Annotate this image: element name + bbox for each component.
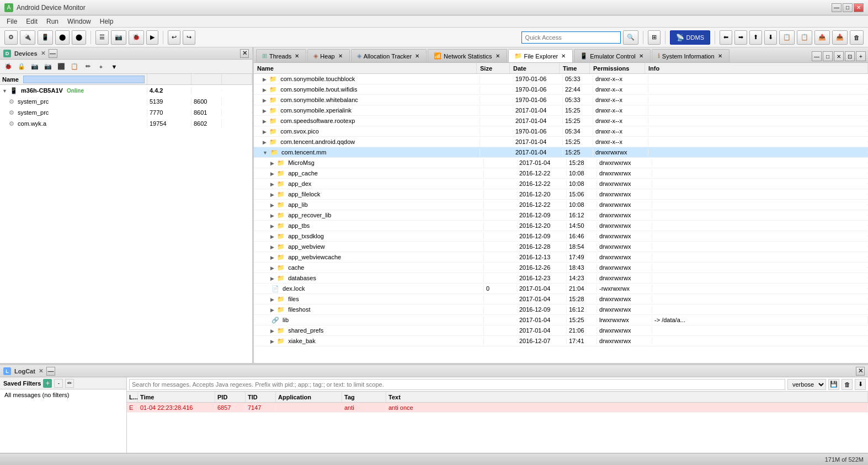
toolbar-btn-2[interactable]: 🔌	[20, 30, 35, 45]
logcat-minimize-button[interactable]: —	[46, 367, 55, 376]
toolbar-btn-20[interactable]: 🗑	[850, 30, 864, 45]
tab-file-explorer-close[interactable]: ✕	[560, 53, 567, 60]
grid-view-btn[interactable]: ⊞	[648, 30, 661, 45]
tab-maximize-button[interactable]: □	[823, 51, 833, 61]
toolbar-btn-14[interactable]: ⬆	[749, 30, 762, 45]
logcat-search-input[interactable]	[129, 379, 785, 390]
all-messages-filter[interactable]: All messages (no filters)	[0, 389, 126, 400]
devices-toolbar-add-btn[interactable]: +	[95, 61, 107, 72]
logcat-clear-button[interactable]: 🗑	[842, 379, 853, 390]
fe-row[interactable]: ▶ 📁 files 2017-01-04 15:28 drwxrwxrwx	[254, 294, 868, 304]
fe-row[interactable]: ▶ 📁 app_dex 2016-12-22 10:08 drwxrwxrwx	[254, 179, 868, 189]
fe-row[interactable]: ▶ 📁 fileshost 2016-12-09 16:12 drwxrwxrw…	[254, 304, 868, 315]
toolbar-btn-10[interactable]: ↩	[168, 30, 180, 45]
fe-row[interactable]: ▶ 📁 xiake_bak 2016-12-07 17:41 drwxrwxrw…	[254, 336, 868, 346]
fe-row[interactable]: ▶ 📁 cache 2016-12-26 18:43 drwxrwxrwx	[254, 263, 868, 273]
devices-toolbar-edit-btn[interactable]: ✏	[82, 61, 94, 72]
devices-toolbar-lock-btn[interactable]: 🔒	[15, 61, 28, 72]
process-row-0[interactable]: ⚙ system_prc 5139 8600	[0, 96, 252, 107]
toolbar-btn-3[interactable]: 📱	[38, 30, 53, 45]
fe-row[interactable]: ▶ 📁 com.sonymobile.xperialink 2017-01-04…	[254, 105, 868, 116]
fe-row[interactable]: ▼ 📁 com.tencent.mm 2017-01-04 15:25 drwx…	[254, 147, 868, 158]
toolbar-btn-16[interactable]: 📋	[779, 30, 795, 45]
toolbar-btn-5[interactable]: ⬤	[72, 30, 86, 45]
devices-toolbar-camera-btn[interactable]: 📷	[42, 61, 54, 72]
fe-row[interactable]: ▶ 📁 app_lib 2016-12-22 10:08 drwxrwxrwx	[254, 200, 868, 210]
tab-heap-close[interactable]: ✕	[337, 53, 344, 60]
tab-threads-close[interactable]: ✕	[294, 53, 300, 60]
devices-close-button[interactable]: ✕	[240, 49, 249, 58]
fe-row[interactable]: ▶ 📁 app_filelock 2016-12-20 15:06 drwxrw…	[254, 189, 868, 200]
menu-edit[interactable]: Edit	[22, 17, 42, 26]
device-row-main[interactable]: ▼ 📱 m36h-CB5A1V Online 4.4.2	[0, 85, 252, 96]
tab-close-all-button[interactable]: ✕	[834, 51, 844, 61]
toolbar-btn-11[interactable]: ↪	[183, 30, 195, 45]
tab-sysinfo[interactable]: ℹ System Information ✕	[652, 49, 729, 62]
tab-add-button[interactable]: +	[856, 51, 866, 61]
fe-row[interactable]: ▶ 📁 MicroMsg 2017-01-04 15:28 drwxrwxrwx	[254, 158, 868, 168]
devices-toolbar-stop-btn[interactable]: ⬛	[55, 61, 67, 72]
maximize-button[interactable]: □	[843, 3, 853, 12]
toolbar-btn-13[interactable]: ➡	[734, 30, 747, 45]
devices-toolbar-more-btn[interactable]: ▼	[108, 61, 120, 72]
menu-file[interactable]: File	[2, 17, 22, 26]
logcat-row[interactable]: E 01-04 22:23:28.416 6857 7147 anti anti…	[127, 403, 868, 413]
menu-help[interactable]: Help	[95, 17, 118, 26]
logcat-close-button[interactable]: ✕	[856, 367, 865, 376]
toolbar-btn-4[interactable]: ⬤	[55, 30, 70, 45]
toolbar-btn-8[interactable]: 🐞	[129, 30, 144, 45]
devices-toolbar-screenshot-btn[interactable]: 📷	[29, 61, 41, 72]
tab-allocation-close[interactable]: ✕	[414, 53, 420, 60]
fe-row[interactable]: ▶ 📁 app_webview 2016-12-28 18:54 drwxrwx…	[254, 242, 868, 252]
edit-filter-button[interactable]: ✏	[65, 379, 74, 388]
tab-emulator-close[interactable]: ✕	[638, 53, 645, 60]
devices-toolbar-debug-btn[interactable]: 🐞	[2, 61, 14, 72]
fe-row[interactable]: ▶ 📁 databases 2016-12-23 14:23 drwxrwxrw…	[254, 273, 868, 284]
toolbar-btn-6[interactable]: ☰	[95, 30, 109, 45]
fe-row[interactable]: ▶ 📁 shared_prefs 2017-01-04 21:06 drwxrw…	[254, 325, 868, 336]
fe-row[interactable]: ▶ 📁 com.sonymobile.whitebalanc 1970-01-0…	[254, 95, 868, 105]
fe-row[interactable]: ▶ 📁 com.sonymobile.tvout.wifidis 1970-01…	[254, 84, 868, 95]
fe-row[interactable]: ▶ 📁 com.svox.pico 1970-01-06 05:34 drwxr…	[254, 126, 868, 137]
tab-network-close[interactable]: ✕	[494, 53, 501, 60]
minimize-button[interactable]: —	[832, 3, 842, 12]
toolbar-btn-15[interactable]: ⬇	[764, 30, 777, 45]
tab-network[interactable]: 📶 Network Statistics ✕	[428, 49, 507, 62]
logcat-scroll-down-button[interactable]: ⬇	[855, 379, 866, 390]
toolbar-btn-19[interactable]: 📥	[832, 30, 848, 45]
tab-allocation[interactable]: ◈ Allocation Tracker ✕	[351, 49, 427, 62]
process-row-2[interactable]: ⚙ com.wyk.a 19754 8602	[0, 118, 252, 129]
fe-row[interactable]: 📄 dex.lock 0 2017-01-04 21:04 -rwxrwxrwx	[254, 284, 868, 294]
fe-row[interactable]: ▶ 📁 app_txsdklog 2016-12-09 16:46 drwxrw…	[254, 231, 868, 242]
fe-row[interactable]: ▶ 📁 app_recover_lib 2016-12-09 16:12 drw…	[254, 210, 868, 221]
toolbar-btn-9[interactable]: ▶	[146, 30, 158, 45]
fe-row[interactable]: ▶ 📁 com.speedsoftware.rootexp 2017-01-04…	[254, 116, 868, 126]
toolbar-btn-7[interactable]: 📷	[111, 30, 126, 45]
tab-restore-button[interactable]: ⊡	[845, 51, 855, 61]
toolbar-btn-17[interactable]: 📋	[797, 30, 812, 45]
ddms-button[interactable]: 📡 DDMS	[670, 30, 710, 45]
toolbar-btn-18[interactable]: 📤	[814, 30, 830, 45]
tab-sysinfo-close[interactable]: ✕	[717, 53, 723, 60]
close-button[interactable]: ✕	[854, 3, 864, 12]
tab-heap[interactable]: ◈ Heap ✕	[307, 49, 349, 62]
fe-row[interactable]: 🔗 lib 2017-01-04 15:25 lrwxrwxrwx -> /da…	[254, 315, 868, 325]
verbose-select[interactable]: verbose debug info warn error	[787, 379, 826, 390]
devices-minimize-button[interactable]: —	[49, 49, 57, 58]
remove-filter-button[interactable]: -	[54, 379, 63, 388]
menu-window[interactable]: Window	[63, 17, 95, 26]
fe-row[interactable]: ▶ 📁 com.tencent.android.qqdow 2017-01-04…	[254, 137, 868, 147]
fe-row[interactable]: ▶ 📁 app_cache 2016-12-22 10:08 drwxrwxrw…	[254, 168, 868, 179]
tab-emulator[interactable]: 📱 Emulator Control ✕	[574, 49, 651, 62]
fe-row[interactable]: ▶ 📁 com.sonymobile.touchblock 1970-01-06…	[254, 74, 868, 84]
logcat-save-button[interactable]: 💾	[828, 379, 839, 390]
tab-minimize-button[interactable]: —	[812, 51, 822, 61]
fe-row[interactable]: ▶ 📁 app_tbs 2016-12-20 14:50 drwxrwxrwx	[254, 221, 868, 231]
fe-row[interactable]: ▶ 📁 app_webviewcache 2016-12-13 17:49 dr…	[254, 252, 868, 263]
menu-run[interactable]: Run	[42, 17, 63, 26]
tab-threads[interactable]: ⊞ Threads ✕	[256, 49, 306, 62]
search-icon-btn[interactable]: 🔍	[623, 30, 638, 45]
toolbar-btn-12[interactable]: ⬅	[720, 30, 732, 45]
tab-file-explorer[interactable]: 📁 File Explorer ✕	[508, 49, 573, 62]
quick-access-input[interactable]	[521, 31, 621, 44]
